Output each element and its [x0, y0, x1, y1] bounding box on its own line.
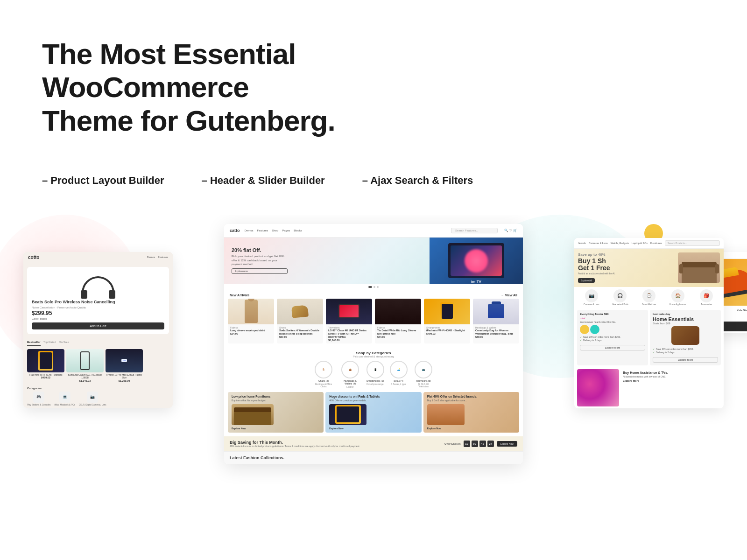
cat-mini-camera[interactable]: 📷 DSLR, Digital Cameras, Lens: [79, 392, 106, 406]
page-wrapper: The Most Essential WooCommerce Theme for…: [0, 0, 747, 560]
tab-on-sale[interactable]: On Sale: [59, 341, 69, 346]
promo-cta-2[interactable]: Explore Now: [427, 427, 515, 430]
smart-home-card: best sale day Home Essentials Starts fro…: [650, 310, 721, 365]
center-search[interactable]: Search Features...: [451, 228, 498, 233]
headphone-arc: [82, 276, 114, 295]
buy-home-title: Buy Home Assistance & TVs.: [623, 371, 719, 374]
cat-circle-1[interactable]: 👜 Handbags & Wallets (4) Leather: [340, 361, 361, 388]
tab-top-rated[interactable]: Top Rated: [43, 341, 56, 346]
dot-3[interactable]: [377, 286, 379, 288]
center-banner-cta[interactable]: Explore now: [232, 268, 288, 274]
right-hero-cta[interactable]: Explore All: [578, 278, 595, 283]
product-card-2[interactable]: Televisions LG 86" Class 4K UHD 8T Serie…: [326, 299, 372, 343]
sofa-visual: [678, 252, 720, 283]
product-info-0: Fabrics Long sleeve enveloped shirt $24.…: [228, 324, 274, 337]
center-nav-shop: Shop: [272, 229, 278, 232]
big-saving-cta[interactable]: Explore Now: [497, 441, 517, 447]
cat-mini-gaming[interactable]: 🎮 Play Stations & Consoles: [27, 392, 51, 406]
center-hero-banner: 20% flat Off. Pick your desired product …: [224, 238, 523, 284]
hero-title: The Most Essential WooCommerce Theme for…: [42, 37, 416, 137]
right-search-input[interactable]: Search Products...: [665, 240, 720, 246]
categories-section: Shop by Categories Pick your desired & s…: [224, 347, 523, 392]
latest-fashion-section: Latest Fashion Collections.: [224, 451, 523, 464]
cat-circle-3[interactable]: 🛋️ Sofas (4) 3 Seater, L type: [390, 361, 408, 388]
cat-mini-icon-mac: 💻: [59, 392, 70, 403]
brands-img: [427, 404, 465, 425]
hot-badge: Hot: [121, 359, 127, 362]
explore-more-btn-2[interactable]: Explore More: [653, 357, 718, 363]
product-card-1[interactable]: Shoes Soda Sorites: 6 Women's Double Buc…: [277, 299, 323, 343]
promo-cta-1[interactable]: Explore Now: [329, 427, 417, 430]
promo-title-2: Flat 40% Offer on Selected brands.: [427, 395, 515, 398]
center-nav-icons: 🔍 ♡ 🛒: [504, 229, 517, 232]
right-cat-icon-cameras: 📷: [585, 289, 598, 302]
view-all-link[interactable]: → View All: [501, 294, 517, 297]
tv-label: im TV: [471, 280, 481, 284]
product-img-bag: [473, 299, 519, 324]
countdown-0: 10: [464, 441, 470, 447]
countdown-3: 24: [487, 441, 494, 447]
product-card-5[interactable]: Handbags & Wallets Crossbody Bag for Wom…: [473, 299, 519, 343]
promo-row: Low price home Furnitures. Buy items tha…: [224, 392, 523, 436]
right-cat-headsets[interactable]: 🎧 Headsets & Buds: [607, 289, 634, 306]
buy-home-sub: All latest electronics with low cost of …: [623, 375, 719, 378]
promo-tablets: Huge discounts on iPads & Tablets 40% Of…: [325, 392, 421, 433]
cat-mini-mac[interactable]: 💻 iMac, Macbook & PCs: [55, 392, 75, 406]
tv-screen: [451, 245, 502, 276]
mini-product-name-3: iPhone 12 Pro Max 128GB Pacific Blue: [106, 373, 143, 379]
product-price-1: $57.00: [279, 336, 321, 338]
big-saving-title: Big Saving for This Month.: [230, 440, 441, 445]
product-img-dress: [375, 299, 421, 324]
product-img-shoes: [277, 299, 323, 324]
featured-product-color: Color: Black: [32, 317, 164, 320]
right-nav-laptop: Laptop & PCs: [632, 242, 648, 245]
cat-circle-2[interactable]: 📱 Smartphones (9) For all price range: [366, 361, 384, 388]
mini-product-img-phone1: [66, 349, 104, 372]
dot-1[interactable]: [368, 286, 372, 288]
headphone-ear-left: [81, 290, 87, 299]
product-card-0[interactable]: Fabrics Long sleeve enveloped shirt $24.…: [228, 299, 274, 343]
tv-shape: im TV: [448, 243, 504, 278]
tv-screen-red: [339, 305, 359, 317]
left-nav-demos: Demos: [147, 256, 155, 259]
mini-product-price-3: $1,299.00: [106, 379, 143, 382]
shoes-shape: [291, 305, 309, 318]
right-cat-label-headsets: Headsets & Buds: [607, 303, 634, 306]
right-cat-watches[interactable]: ⌚ Smart Watches: [635, 289, 662, 306]
buy-home-text: Buy Home Assistance & TVs. All latest el…: [621, 369, 721, 406]
cat-circle-4[interactable]: 📺 Televisions (6) 42 QLD, 8K Televisions: [413, 361, 434, 388]
product-card-3[interactable]: Fabrics Tie Detail Wide Rib Long Sleeve …: [375, 299, 421, 343]
explore-more-btn-1[interactable]: Explore More: [580, 345, 645, 350]
screenshot-left: cotto Demos Features Beats Solo Pro Wire…: [23, 252, 173, 408]
new-arrivals-title: New Arrivals: [230, 294, 249, 297]
bag-shape: [488, 304, 504, 318]
dot-2[interactable]: [374, 286, 375, 288]
buy-home-cta[interactable]: Explore More: [623, 379, 719, 382]
circle-2: 📱: [366, 361, 384, 378]
left-nav-links: Demos Features: [147, 256, 168, 259]
kids-shoes-label[interactable]: Kids Shoes: [737, 309, 747, 312]
product-card-4[interactable]: Smartphones iPad mini Wi-Fi 4G4B - Starl…: [424, 299, 470, 343]
categories-mini-title: Categories: [27, 387, 169, 390]
center-nav-features: Features: [257, 229, 268, 232]
mini-product-name-2: Samsung Galaxy S21+ 5G Black 128GB: [66, 373, 104, 379]
right-cat-cameras[interactable]: 📷 Cameras & Lens: [578, 289, 605, 306]
product-info-1: Shoes Soda Sorites: 6 Women's Double Buc…: [277, 324, 323, 340]
value-badge-0: Save 20% on order more than $200.: [580, 336, 645, 338]
center-nav-links: Demos Features Shop Pages Blocks: [245, 229, 302, 232]
tab-bestseller[interactable]: Bestseller: [27, 341, 41, 346]
right-cat-appliances[interactable]: 🏠 Home Appliances: [664, 289, 691, 306]
center-banner-title: 20% flat Off.: [232, 247, 288, 253]
mini-product-price-1: $499.03: [27, 376, 64, 379]
add-to-cart-button[interactable]: Add to Cart: [32, 322, 164, 329]
center-banner-text: 20% flat Off. Pick your desired product …: [232, 247, 288, 274]
cat-circle-0[interactable]: 🪑 Chairs (2) Recliners & Office Chairs: [313, 361, 334, 388]
cat-mini-label-mac: iMac, Macbook & PCs: [55, 404, 75, 406]
promo-cta-0[interactable]: Explore Now: [232, 427, 320, 430]
feature-product-layout: – Product Layout Builder: [42, 175, 164, 187]
right-cat-accessories[interactable]: 🎒 Accessories: [693, 289, 720, 306]
product-info-5: Handbags & Wallets Crossbody Bag for Wom…: [473, 324, 519, 340]
categories-mini: Categories 🎮 Play Stations & Consoles 💻 …: [23, 385, 173, 408]
mini-product-price-2: $1,349.03: [66, 379, 104, 382]
circle-1: 👜: [341, 361, 359, 378]
